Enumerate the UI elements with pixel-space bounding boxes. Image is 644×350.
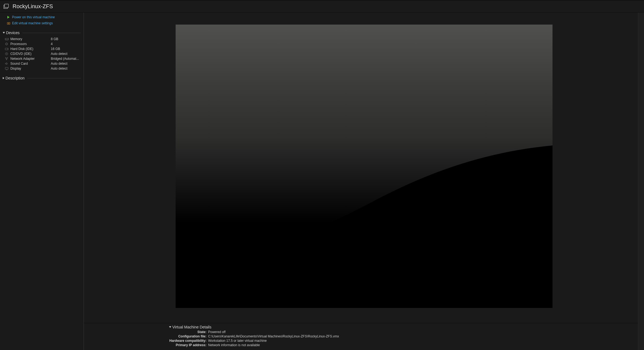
device-name: Sound Card [10,62,51,66]
svg-point-19 [6,59,7,60]
chevron-down-icon [169,326,171,328]
svg-rect-1 [7,22,10,24]
main-area: Virtual Machine Details State: Powered o… [84,13,644,350]
display-icon [5,67,9,70]
device-row-processors[interactable]: Processors 4 [3,41,81,46]
device-name: CD/DVD (IDE) [10,52,51,56]
device-value: 8 GB [51,37,81,41]
detail-row-config: Configuration file: C:\Users\KanarekLife… [84,334,644,339]
play-icon [7,15,10,19]
device-value: Bridged (Automat... [51,57,81,61]
device-name: Network Adapter [10,57,51,61]
power-on-link[interactable]: Power on this virtual machine [3,15,81,20]
divider [22,33,81,33]
svg-point-2 [8,23,9,24]
devices-section-header[interactable]: Devices [3,31,81,35]
vm-details-label: Virtual Machine Details [172,325,211,329]
svg-marker-22 [5,63,7,65]
svg-line-21 [7,58,7,59]
chevron-down-icon [3,32,5,34]
svg-rect-8 [6,43,7,45]
power-on-label: Power on this virtual machine [12,15,55,19]
devices-list: Memory 8 GB Processors 4 Hard Disk (IDE)… [3,37,81,71]
device-row-cddvd[interactable]: CD/DVD (IDE) Auto detect [3,51,81,56]
description-section-label: Description [5,76,25,80]
vm-details-header[interactable]: Virtual Machine Details [84,325,644,329]
detail-row-ip: Primary IP address: Network information … [84,343,644,347]
detail-label: Hardware compatibility: [84,339,208,343]
vm-details-grid: State: Powered off Configuration file: C… [84,329,644,347]
memory-icon [5,38,9,40]
vm-screen-preview[interactable] [176,25,553,308]
detail-value: Workstation 17.5 or later virtual machin… [208,339,267,343]
device-name: Hard Disk (IDE) [10,47,51,51]
description-section-header[interactable]: Description [3,76,81,80]
device-name: Processors [10,42,51,46]
detail-row-hw: Hardware compatibility: Workstation 17.5… [84,339,644,343]
detail-label: Configuration file: [84,334,208,339]
vertical-scrollbar[interactable] [638,13,644,350]
detail-label: State: [84,330,208,334]
vm-title: RockyLinux-ZFS [13,3,53,10]
chevron-right-icon [3,77,4,79]
device-row-memory[interactable]: Memory 8 GB [3,37,81,41]
devices-section-label: Devices [6,31,20,35]
detail-label: Primary IP address: [84,343,208,347]
device-value: 16 GB [51,47,81,51]
disk-icon [5,48,9,51]
detail-value: C:\Users\KanarekLife\Documents\Virtual M… [208,334,339,339]
sound-icon [5,62,9,65]
detail-value: Network information is not available [208,343,260,347]
device-row-sound[interactable]: Sound Card Auto detect [3,61,81,66]
svg-rect-23 [5,67,8,69]
device-row-network[interactable]: Network Adapter Bridged (Automat... [3,56,81,61]
svg-rect-0 [5,4,9,8]
divider [27,78,81,78]
device-value: 4 [51,42,81,46]
device-name: Memory [10,37,51,41]
device-value: Auto detect [51,52,81,56]
titlebar: RockyLinux-ZFS [0,0,644,13]
vm-window-icon [3,3,9,9]
vm-details-panel: Virtual Machine Details State: Powered o… [84,323,644,350]
edit-settings-label: Edit virtual machine settings [12,21,53,25]
edit-settings-link[interactable]: Edit virtual machine settings [3,21,81,26]
svg-line-20 [6,58,7,59]
svg-point-15 [5,53,8,55]
svg-rect-3 [5,38,8,40]
cpu-icon [5,42,9,46]
detail-value: Powered off [208,330,226,334]
device-name: Display [10,67,51,70]
device-row-display[interactable]: Display Auto detect [3,66,81,71]
network-icon [5,57,9,60]
svg-point-14 [7,49,8,49]
gear-icon [7,21,10,25]
device-value: Auto detect [51,67,81,70]
svg-point-16 [6,54,7,54]
vm-preview-area [84,13,644,323]
detail-row-state: State: Powered off [84,330,644,334]
device-value: Auto detect [51,62,81,66]
device-row-harddisk[interactable]: Hard Disk (IDE) 16 GB [3,46,81,51]
optical-icon [5,52,9,55]
sidebar: Power on this virtual machine Edit virtu… [0,13,84,350]
